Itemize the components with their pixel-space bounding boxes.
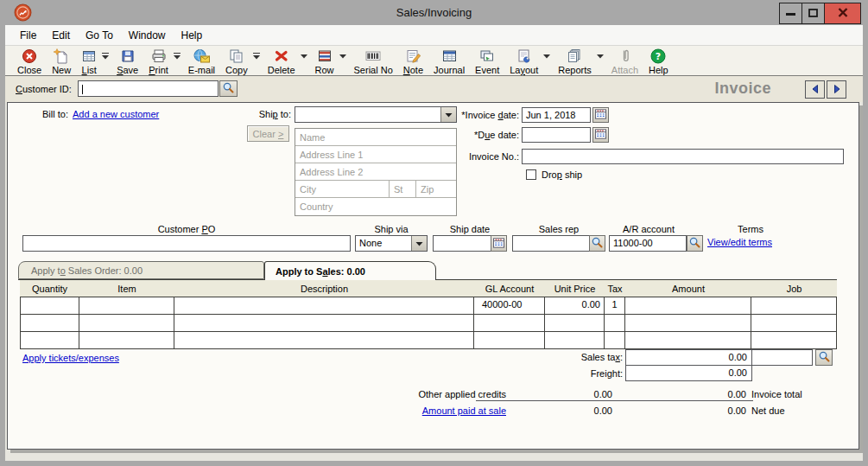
cell-tax[interactable]: 1 [605, 297, 625, 314]
maximize-button[interactable] [801, 3, 825, 24]
customer-lookup-button[interactable] [219, 80, 238, 97]
cell-item[interactable] [79, 297, 174, 314]
table-row [21, 331, 836, 348]
cell-amount[interactable] [625, 315, 751, 331]
toolbar-close-button[interactable]: Close [12, 48, 47, 75]
ship-to-country-field[interactable]: Country [295, 198, 456, 215]
invoice-date-input[interactable]: Jun 1, 2018 [522, 107, 591, 123]
cell-job[interactable] [751, 315, 836, 331]
cell-tax[interactable] [605, 332, 625, 348]
cell-description[interactable] [174, 315, 474, 331]
cell-amount[interactable] [625, 332, 751, 348]
toolbar-list-button[interactable]: List [76, 48, 102, 75]
calendar-icon [492, 237, 505, 251]
tab-apply-to-sales[interactable]: Apply to Sales: 0.00 [264, 261, 436, 280]
cell-description[interactable] [174, 297, 474, 314]
row-dropdown-arrow-icon[interactable] [339, 48, 349, 60]
cell-gl-account[interactable] [474, 332, 545, 348]
menu-window[interactable]: Window [121, 27, 174, 44]
row-icon [317, 48, 333, 64]
toolbar-journal-button[interactable]: Journal [428, 48, 470, 75]
toolbar-row-button[interactable]: Row [310, 48, 339, 75]
sales-rep-input[interactable] [512, 235, 590, 252]
menu-help[interactable]: Help [174, 27, 211, 44]
ship-date-input[interactable] [433, 235, 491, 252]
cell-unit-price[interactable] [545, 315, 605, 331]
menu-edit[interactable]: Edit [44, 27, 78, 44]
drop-ship-checkbox[interactable] [526, 169, 536, 180]
cell-tax[interactable] [605, 315, 625, 331]
cell-item[interactable] [79, 315, 174, 331]
ship-to-zip-field[interactable]: Zip [416, 184, 456, 195]
amount-paid-at-sale-link[interactable]: Amount paid at sale [422, 405, 506, 416]
cell-gl-account[interactable] [474, 315, 545, 331]
ship-date-calendar-button[interactable] [491, 235, 507, 252]
toolbar-reports-button[interactable]: Reports [553, 48, 597, 75]
sales-tax-amount-field[interactable]: 0.00 [625, 349, 752, 366]
toolbar-serial-no-button[interactable]: Serial No [349, 48, 398, 75]
ship-to-state-field[interactable]: St [390, 184, 415, 195]
close-window-button[interactable] [824, 3, 861, 24]
cell-item[interactable] [79, 332, 174, 348]
menu-goto[interactable]: Go To [78, 27, 121, 44]
customer-id-input[interactable] [78, 80, 219, 97]
new-icon [54, 48, 69, 64]
menu-file[interactable]: File [12, 27, 44, 44]
apply-tickets-expenses-link[interactable]: Apply tickets/expenses [22, 353, 119, 363]
due-date-label: *Due date: [388, 130, 519, 140]
ship-to-address2-field[interactable]: Address Line 2 [295, 163, 456, 181]
invoice-date-calendar-button[interactable] [592, 107, 609, 123]
toolbar-copy-button[interactable]: Copy [220, 48, 253, 75]
ship-to-address-block: Name Address Line 1 Address Line 2 City … [295, 128, 457, 216]
minimize-button[interactable] [779, 3, 802, 24]
toolbar-note-button[interactable]: Note [398, 48, 428, 75]
clear-ship-to-button[interactable]: Clear > [247, 125, 289, 142]
cell-unit-price[interactable] [545, 332, 605, 348]
print-dropdown-arrow-icon[interactable] [174, 48, 183, 60]
view-edit-terms-link[interactable]: View/edit terms [707, 237, 772, 247]
other-applied-credits-label: Other applied credits [327, 389, 506, 399]
ship-via-dropdown[interactable]: None [355, 235, 428, 252]
cell-quantity[interactable] [21, 332, 79, 348]
copy-dropdown-arrow-icon[interactable] [253, 48, 263, 60]
toolbar-event-button[interactable]: Event [470, 48, 504, 75]
tab-apply-to-sales-order[interactable]: Apply to Sales Order: 0.00 [18, 261, 264, 279]
cell-description[interactable] [174, 332, 474, 348]
cell-quantity[interactable] [21, 315, 79, 331]
cell-unit-price[interactable]: 0.00 [545, 297, 605, 314]
delete-dropdown-arrow-icon[interactable] [301, 48, 310, 60]
maximize-icon [808, 9, 818, 19]
cell-job[interactable] [751, 297, 836, 314]
sales-tax-code-field[interactable] [751, 349, 813, 366]
previous-record-button[interactable] [805, 80, 825, 99]
due-date-calendar-button[interactable] [592, 127, 609, 143]
toolbar-print-button[interactable]: Print [143, 48, 174, 75]
ar-account-lookup-button[interactable] [687, 235, 703, 252]
freight-field[interactable]: 0.00 [625, 365, 752, 381]
toolbar-save-button[interactable]: Save [111, 48, 143, 75]
text-caret [82, 85, 83, 94]
reports-dropdown-arrow-icon[interactable] [597, 48, 606, 60]
due-date-input[interactable] [522, 127, 591, 143]
ship-to-city-field[interactable]: City [295, 184, 389, 195]
customer-po-input[interactable] [22, 235, 351, 252]
cell-gl-account[interactable]: 40000-00 [474, 297, 545, 314]
layout-dropdown-arrow-icon[interactable] [543, 48, 553, 60]
sales-tax-lookup-button[interactable] [815, 349, 833, 366]
invoice-no-input[interactable] [522, 149, 844, 164]
other-applied-credits-value: 0.00 [526, 389, 612, 399]
next-record-button[interactable] [827, 80, 846, 99]
toolbar-attach-button: Attach [606, 48, 643, 75]
toolbar-delete-button[interactable]: Delete [263, 48, 301, 75]
cell-amount[interactable] [625, 297, 751, 314]
toolbar-email-button[interactable]: E-mail [183, 48, 220, 75]
toolbar-help-button[interactable]: ? Help [643, 48, 674, 75]
toolbar-new-button[interactable]: New [47, 48, 76, 75]
sales-rep-lookup-button[interactable] [589, 235, 605, 252]
ar-account-input[interactable]: 11000-00 [609, 235, 687, 252]
add-new-customer-link[interactable]: Add a new customer [73, 109, 159, 119]
cell-job[interactable] [751, 332, 836, 348]
toolbar-layout-button[interactable]: Layout [504, 48, 543, 75]
list-dropdown-arrow-icon[interactable] [102, 48, 111, 60]
cell-quantity[interactable] [21, 297, 79, 314]
